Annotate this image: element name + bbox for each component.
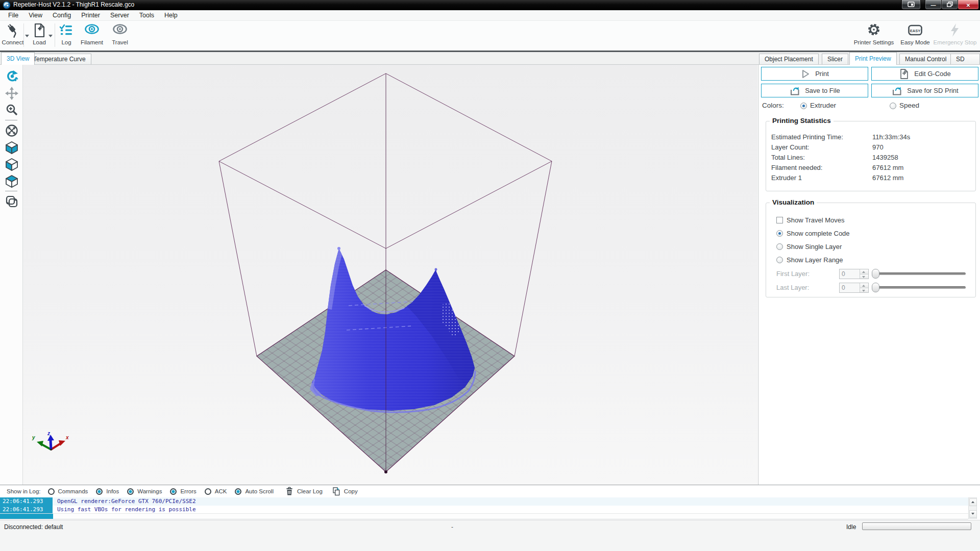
last-layer-row: Last Layer: 0 [766,284,975,294]
log-toggle-ack[interactable]: ACK [205,488,227,495]
axis-indicator: y x z [32,431,69,450]
top-view-button[interactable] [0,172,23,189]
fit-view-button[interactable] [0,122,23,139]
colors-extruder-radio[interactable] [800,103,807,109]
tab-object-placement[interactable]: Object Placement [759,54,819,64]
stat-row: Extruder 1 67612 mm [766,174,975,184]
stat-row: Layer Count: 970 [766,143,975,154]
tab-manual-control[interactable]: Manual Control [899,54,952,64]
show-single-layer-radio[interactable] [776,243,783,250]
show-layer-range-row: Show Layer Range [766,256,975,266]
close-button[interactable]: ✕ [958,0,979,10]
projection-toggle-button[interactable] [0,193,23,210]
log-entry: 22:06:41.293 OpenGL renderer:GeForce GTX… [0,497,968,506]
colors-extruder-label: Extruder [810,102,836,109]
status-bar: Disconnected: default - Idle [0,520,980,551]
app-logo-icon [3,1,11,9]
spinner-up-icon[interactable] [860,269,868,274]
tab-temperature-curve[interactable]: Temperature Curve [28,54,91,64]
rotate-view-button[interactable] [0,68,23,85]
travel-toggle-button[interactable]: Travel [108,22,132,49]
log-toggle-infos[interactable]: Infos [96,488,119,495]
last-layer-spinner[interactable]: 0 [839,283,869,293]
gear-icon [866,22,882,39]
stat-row: Estimated Printing Time: 11h:33m:34s [766,133,975,143]
move-view-button[interactable] [0,85,23,102]
3d-viewport[interactable]: y x z [23,65,757,485]
menu-config[interactable]: Config [47,11,76,20]
first-layer-spinner[interactable]: 0 [839,269,869,279]
titlebar-toolbar-button[interactable] [901,0,921,10]
stat-row: Filament needed: 67612 mm [766,164,975,174]
log-vertical-scrollbar[interactable] [968,497,977,519]
save-for-sd-button[interactable]: Save for SD Print [871,84,978,97]
isometric-view-button[interactable] [0,139,23,156]
parallel-projection-icon [5,194,19,209]
filament-toggle-button[interactable]: Filament [78,22,106,49]
front-view-button[interactable] [0,156,23,172]
log-toggle-errors[interactable]: Errors [170,488,196,495]
menu-help[interactable]: Help [159,11,183,20]
printer-settings-button[interactable]: Printer Settings [850,22,897,49]
emergency-stop-button[interactable]: Emergency Stop [932,22,978,49]
spinner-down-icon[interactable] [860,288,868,293]
tab-3d-view[interactable]: 3D View [1,52,35,65]
log-horizontal-scrollbar[interactable] [0,513,968,519]
log-toggle-button[interactable]: Log [57,22,76,49]
menu-server[interactable]: Server [105,11,134,20]
slider-handle[interactable] [872,269,879,279]
last-layer-slider[interactable] [872,283,966,293]
save-to-file-button[interactable]: Save to File [761,84,868,97]
first-layer-row: First Layer: 0 [766,270,975,280]
scroll-down-icon[interactable] [969,510,977,518]
log-message: OpenGL renderer:GeForce GTX 760/PCIe/SSE… [53,497,196,506]
menu-tools[interactable]: Tools [134,11,159,20]
filament-eye-icon [84,22,100,39]
stat-row: Total Lines: 1439258 [766,154,975,164]
log-toolbar: Show in Log: Commands Infos Warnings Err… [0,485,980,497]
first-layer-slider[interactable] [872,269,966,279]
minimize-button[interactable]: — [925,0,942,10]
spinner-up-icon[interactable] [860,283,868,288]
log-output[interactable]: 22:06:41.293 OpenGL renderer:GeForce GTX… [0,497,968,513]
printer-state-label: Idle [846,523,856,531]
front-cube-icon [5,157,19,171]
copy-log-button[interactable]: Copy [332,487,358,496]
job-progress-bar [862,522,971,530]
spinner-down-icon[interactable] [860,274,868,279]
zoom-view-button[interactable] [0,102,23,118]
log-timestamp: 22:06:41.293 [0,506,53,514]
menu-printer[interactable]: Printer [76,11,105,20]
show-complete-code-radio[interactable] [776,230,783,237]
tab-slicer[interactable]: Slicer [822,54,848,64]
show-travel-moves-checkbox[interactable] [776,217,783,223]
easy-mode-button[interactable]: EASY Easy Mode [899,22,931,49]
log-timestamp: 22:06:41.293 [0,497,53,506]
scroll-up-icon[interactable] [969,498,977,506]
print-button[interactable]: Print [761,67,868,81]
clear-log-button[interactable]: Clear Log [285,486,323,496]
edit-gcode-button[interactable]: Edit G-Code [871,67,978,81]
tab-print-preview[interactable]: Print Preview [849,52,897,65]
load-dropdown-arrow[interactable] [48,35,53,37]
hscroll-thumb[interactable] [0,514,53,519]
toggle-circle-icon [48,488,55,495]
printing-statistics-group: Printing Statistics Estimated Printing T… [766,121,976,191]
connect-dropdown-arrow[interactable] [25,35,29,37]
log-toggle-autoscroll[interactable]: Auto Scroll [235,488,274,495]
colors-speed-radio[interactable] [890,103,896,109]
repetier-host-window: Repetier-Host V2.1.2 - ThighR1 Rescale.g… [0,0,980,551]
restore-button[interactable] [941,0,958,10]
svg-text:z: z [47,431,50,436]
slider-handle[interactable] [872,283,879,292]
menu-file[interactable]: File [3,11,23,20]
show-layer-range-radio[interactable] [776,257,783,263]
log-toggle-commands[interactable]: Commands [48,488,88,495]
toggle-circle-icon [96,488,103,495]
log-toggle-warnings[interactable]: Warnings [127,488,162,495]
load-button[interactable]: Load [31,22,48,49]
menu-view[interactable]: View [23,11,47,20]
tab-sd-card[interactable]: SD Card [950,54,980,64]
connect-button[interactable]: Connect [1,22,24,49]
window-title: Repetier-Host V2.1.2 - ThighR1 Rescale.g… [13,1,134,8]
